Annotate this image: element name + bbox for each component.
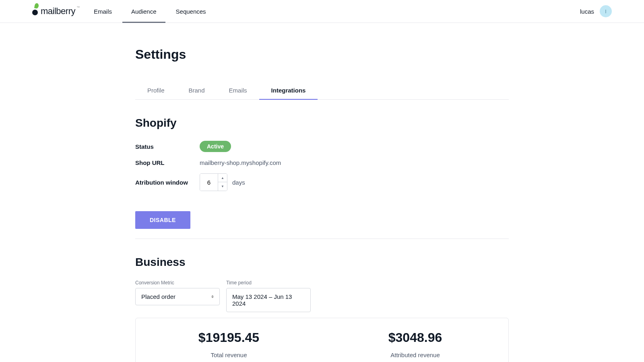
conversion-metric-select[interactable]: Placed order (135, 288, 220, 305)
days-label: days (232, 179, 245, 186)
shopify-title: Shopify (135, 117, 509, 130)
select-caret-icon (211, 295, 214, 298)
status-row: Status Active (135, 141, 509, 152)
attributed-revenue-label: Attributed revenue (390, 352, 440, 358)
stepper-down-button[interactable]: ▼ (218, 182, 227, 191)
filters-row: Conversion Metric Placed order Time peri… (135, 280, 509, 312)
status-value: Active (200, 141, 231, 152)
main-nav: Emails Audience Sequences (94, 0, 206, 23)
total-revenue-col: $19195.45 Total revenue (136, 330, 322, 358)
active-badge: Active (200, 141, 231, 152)
status-label: Status (135, 143, 200, 150)
stepper-up-button[interactable]: ▲ (218, 174, 227, 182)
nav-sequences[interactable]: Sequences (176, 0, 206, 23)
attribution-stepper-wrap: ▲ ▼ days (200, 173, 245, 191)
section-divider (135, 239, 509, 239)
top-header: mailberry ™ Emails Audience Sequences lu… (0, 0, 644, 23)
total-revenue-label: Total revenue (211, 352, 247, 358)
attributed-revenue-col: $3048.96 Attributed revenue (322, 330, 508, 358)
total-revenue-value: $19195.45 (198, 330, 259, 345)
revenue-card: $19195.45 Total revenue $3048.96 Attribu… (135, 318, 509, 362)
shop-url-label: Shop URL (135, 159, 200, 166)
tab-integrations[interactable]: Integrations (259, 81, 318, 99)
user-avatar[interactable]: l (600, 5, 612, 17)
chevron-up-icon: ▲ (221, 176, 224, 180)
time-period-label: Time period (226, 280, 311, 286)
attribution-input[interactable] (200, 174, 218, 191)
shop-url-row: Shop URL mailberry-shop.myshopify.com (135, 159, 509, 166)
shop-url-value: mailberry-shop.myshopify.com (200, 159, 281, 166)
conversion-metric-label: Conversion Metric (135, 280, 220, 286)
time-period-select[interactable]: May 13 2024 – Jun 13 2024 (226, 288, 311, 312)
business-title: Business (135, 256, 509, 269)
settings-tabs: Profile Brand Emails Integrations (135, 81, 509, 100)
tab-brand[interactable]: Brand (177, 81, 217, 99)
nav-audience[interactable]: Audience (131, 0, 157, 23)
logo[interactable]: mailberry ™ (32, 6, 79, 16)
trademark-icon: ™ (76, 6, 80, 9)
time-period-group: Time period May 13 2024 – Jun 13 2024 (226, 280, 311, 312)
attributed-revenue-value: $3048.96 (388, 330, 442, 345)
time-period-value: May 13 2024 – Jun 13 2024 (232, 293, 305, 307)
conversion-metric-group: Conversion Metric Placed order (135, 280, 220, 312)
leaf-icon (34, 3, 39, 9)
content: Settings Profile Brand Emails Integratio… (135, 23, 509, 362)
business-section: Business Conversion Metric Placed order … (135, 256, 509, 362)
user-name: lucas (580, 8, 594, 15)
attribution-label: Atribution window (135, 179, 200, 186)
logo-text: mailberry (41, 6, 75, 16)
page-title: Settings (135, 47, 509, 62)
tab-profile[interactable]: Profile (135, 81, 177, 99)
dot-icon (32, 10, 38, 15)
conversion-metric-value: Placed order (141, 293, 175, 300)
tab-emails[interactable]: Emails (217, 81, 259, 99)
header-right: lucas l (580, 5, 612, 17)
nav-emails[interactable]: Emails (94, 0, 112, 23)
stepper-buttons: ▲ ▼ (218, 174, 227, 191)
attribution-row: Atribution window ▲ ▼ days (135, 173, 509, 191)
shopify-section: Shopify Status Active Shop URL mailberry… (135, 117, 509, 229)
disable-button[interactable]: DISABLE (135, 211, 190, 229)
chevron-down-icon: ▼ (221, 185, 224, 188)
attribution-stepper: ▲ ▼ (200, 173, 227, 191)
